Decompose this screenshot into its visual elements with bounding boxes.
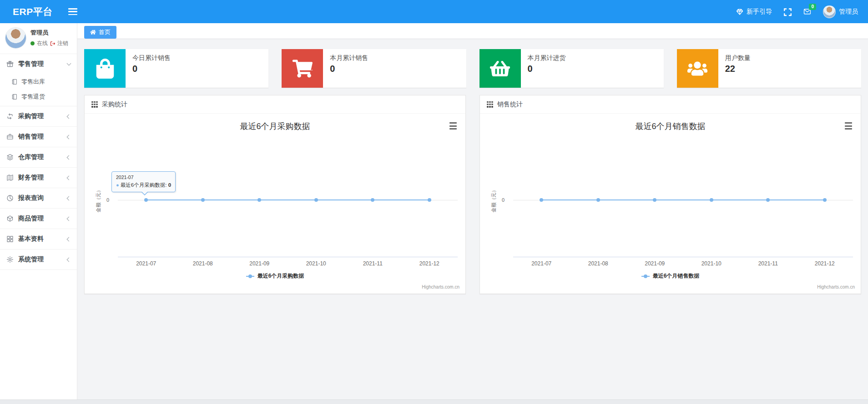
cart-icon [282,49,323,88]
data-point[interactable] [314,198,318,202]
sidebar-item-basic-data[interactable]: 基本资料 [0,229,77,249]
stat-card-value: 0 [132,64,171,74]
top-header: ERP平台 新手引导 0 管理员 [0,0,868,23]
chevron-left-icon [67,175,71,180]
briefcase-icon [6,133,14,140]
x-axis-label: 2021-08 [193,260,213,267]
chart-panels-row: 采购统计 最近6个月采购数据 金额（元） 0 [84,95,861,294]
legend-label: 最近6个月销售数据 [653,272,700,280]
data-point[interactable] [823,198,827,202]
chart-tooltip: 2021-07 ● 最近6个月采购数据: 0 [111,171,176,192]
sidebar-item-retail-outbound[interactable]: 零售出库 [0,74,77,89]
data-point[interactable] [201,198,205,202]
legend-marker-icon [641,274,650,278]
data-point[interactable] [428,198,431,202]
sidebar-item-reports[interactable]: 报表查询 [0,188,77,208]
data-point[interactable] [540,198,543,202]
journal-icon [11,79,18,85]
data-point[interactable] [144,198,148,202]
chevron-left-icon [67,196,71,200]
data-point[interactable] [710,198,713,202]
x-axis-label: 2021-07 [531,260,551,267]
fullscreen-button[interactable] [784,8,792,15]
x-axis-label: 2021-10 [701,260,722,267]
user-menu[interactable]: 管理员 [823,5,858,18]
panel-title: 采购统计 [102,100,127,109]
sidebar-item-label: 仓库管理 [18,153,44,161]
series-line [541,200,825,200]
content: 今日累计销售 0 本月累计销售 0 本月累计进货 0 [77,39,868,294]
x-axis-label: 2021-09 [645,260,665,267]
avatar [823,5,836,18]
stat-card-value: 0 [330,64,368,74]
main-area: 首页 今日累计销售 0 本月累计销售 0 [77,23,868,399]
map-icon [6,174,14,181]
data-point[interactable] [596,198,600,202]
highcharts-credits-link[interactable]: Highcharts.com.cn [817,284,855,289]
x-axis-label: 2021-12 [815,260,835,267]
sidebar: 管理员 在线 注销 零售管理 [0,23,77,399]
x-axis-label: 2021-12 [419,260,439,267]
series-dot-icon: ● [116,182,119,188]
repeat-icon [6,113,14,120]
data-point[interactable] [766,198,770,202]
tab-bar: 首页 [77,23,868,39]
guide-button[interactable]: 新手引导 [736,8,772,16]
bottom-scrollbar-strip[interactable] [0,399,868,404]
stat-card-label: 本月累计销售 [330,54,368,62]
mail-button[interactable]: 0 [803,8,811,15]
hamburger-icon[interactable] [68,8,77,15]
stat-card-label: 今日累计销售 [132,54,171,62]
legend-item[interactable]: 最近6个月采购数据 [85,272,465,280]
online-dot-icon [30,41,35,45]
sidebar-user-name: 管理员 [30,29,68,37]
sidebar-item-sales[interactable]: 销售管理 [0,127,77,147]
sidebar-menu: 零售管理 零售出库 零售退货 [0,54,77,270]
sidebar-item-retail-return[interactable]: 零售退货 [0,89,77,104]
online-status-label: 在线 [37,40,48,47]
stat-card-label: 本月累计进货 [528,54,566,62]
sales-chart: 最近6个月销售数据 金额（元） 0 2021-07 [480,114,861,294]
box-icon [6,215,14,222]
tooltip-series-name: 最近6个月采购数据 [121,182,165,188]
th-grid-icon [487,101,493,108]
pie-chart-icon [6,195,14,202]
x-axis-label: 2021-08 [588,260,608,267]
logout-label: 注销 [57,40,68,47]
sidebar-item-warehouse[interactable]: 仓库管理 [0,147,77,167]
sidebar-item-goods[interactable]: 商品管理 [0,209,77,229]
series-line [146,200,429,200]
tab-home[interactable]: 首页 [84,26,116,39]
sidebar-item-purchase[interactable]: 采购管理 [0,106,77,126]
x-axis-line [513,257,853,257]
chevron-down-icon [67,61,71,66]
data-point[interactable] [257,198,261,202]
sidebar-item-system[interactable]: 系统管理 [0,249,77,269]
data-point[interactable] [653,198,656,202]
highcharts-credits-link[interactable]: Highcharts.com.cn [422,284,459,289]
sidebar-item-label: 销售管理 [18,133,44,141]
x-axis-line [118,257,458,257]
chevron-left-icon [67,135,71,139]
legend-label: 最近6个月采购数据 [257,272,304,280]
home-icon [90,30,96,35]
sales-stats-panel: 销售统计 最近6个月销售数据 金额（元） 0 [479,95,861,294]
stat-card-value: 0 [528,64,566,74]
grid-icon [6,235,14,243]
sidebar-item-label: 基本资料 [18,235,44,243]
stat-cards-row: 今日累计销售 0 本月累计销售 0 本月累计进货 0 [84,49,861,88]
stat-card-label: 用户数量 [725,54,751,62]
sidebar-item-finance[interactable]: 财务管理 [0,168,77,188]
x-axis-label: 2021-11 [363,260,383,267]
tab-home-label: 首页 [99,28,111,36]
legend-item[interactable]: 最近6个月销售数据 [480,272,861,280]
sidebar-item-retail[interactable]: 零售管理 [0,54,77,74]
mail-badge: 0 [809,4,816,10]
th-grid-icon [91,101,98,108]
stat-card-today-sales: 今日累计销售 0 [84,49,268,88]
tooltip-value: 0 [168,182,171,188]
logout-button[interactable]: 注销 [50,40,68,47]
bag-icon [84,49,126,88]
data-point[interactable] [371,198,374,202]
sidebar-item-label: 商品管理 [18,214,44,223]
